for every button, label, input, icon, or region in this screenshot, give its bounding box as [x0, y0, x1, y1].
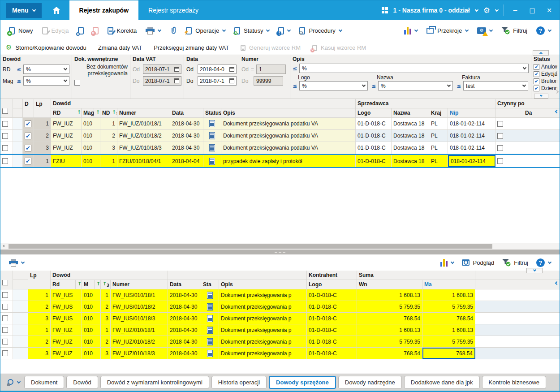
- cell-nazwa[interactable]: Dostawca 18: [392, 142, 429, 154]
- d-checkbox[interactable]: [25, 133, 31, 139]
- d-checkbox[interactable]: [25, 121, 31, 127]
- cell-data[interactable]: 2018-04-30: [168, 301, 201, 312]
- footer-tab-dowody-nadrzedne[interactable]: Dowody nadrzędne: [338, 376, 402, 389]
- sort-asc-3[interactable]: ↑3: [110, 108, 117, 118]
- select-all-checkbox[interactable]: [2, 108, 8, 114]
- edit-button[interactable]: Edycja: [38, 24, 73, 37]
- czynny-checkbox[interactable]: [497, 121, 503, 127]
- cell-nd[interactable]: 2: [100, 130, 117, 142]
- col-data[interactable]: Data: [170, 108, 203, 118]
- detail-row[interactable]: 3 FW_IUS 010 3 FW_IUS/010/18/3 2018-04-3…: [0, 313, 560, 324]
- table-row[interactable]: 1 FW_IUZ 010 1 FW_IUZ/010/18/1 2018-04-3…: [0, 118, 560, 130]
- footer-tab-dowody-sprzezone[interactable]: Dowody sprzężone: [269, 376, 336, 389]
- scrollbar-thumb[interactable]: [9, 244, 492, 249]
- status-option[interactable]: Dzienn: [534, 85, 557, 91]
- new-button[interactable]: + Nowy: [5, 24, 37, 37]
- cell-logo[interactable]: 01-D-018-C: [307, 348, 357, 359]
- cell-lp[interactable]: 2: [34, 130, 51, 142]
- row-select-checkbox[interactable]: [2, 350, 8, 356]
- cell-wn[interactable]: 5 759.35: [357, 336, 422, 347]
- cell-opis[interactable]: Dokument przeksięgowania p: [219, 348, 307, 359]
- collapse-detail-button[interactable]: [526, 268, 543, 273]
- cell-mag[interactable]: 010: [82, 118, 100, 129]
- cell-data[interactable]: 2018-04-30: [168, 336, 201, 347]
- data-do-input[interactable]: 2018-07-1: [198, 76, 237, 86]
- cell-lp[interactable]: 2: [28, 301, 51, 312]
- cell-opis[interactable]: Dokument przeksięgowania p: [219, 313, 307, 324]
- cell-opis[interactable]: Dokument przeksięgowania p: [219, 289, 307, 301]
- generate-rm-button[interactable]: Generuj wzorce RM: [241, 44, 301, 51]
- cell-nd[interactable]: 1: [100, 155, 117, 167]
- col-nip[interactable]: Nip: [448, 108, 495, 118]
- cell-wn[interactable]: 1 608.13: [357, 324, 422, 336]
- cell-lp[interactable]: 1: [34, 118, 51, 129]
- cell-opis[interactable]: Dokument przeksięgowania podatku VA: [221, 130, 356, 142]
- czynny-checkbox[interactable]: [497, 145, 503, 151]
- cell-mag[interactable]: 010: [82, 155, 100, 167]
- cell-kraj[interactable]: PL: [429, 142, 448, 154]
- cell-ma[interactable]: 768.54: [422, 313, 475, 324]
- cell-nip[interactable]: 018-01-02-114: [448, 130, 495, 142]
- numer-do-input[interactable]: 99999: [254, 76, 283, 86]
- cell-logo[interactable]: 01-D-018-C: [356, 130, 392, 142]
- footer-tab-jpk[interactable]: Dodatkowe dane dla jpk: [404, 376, 480, 389]
- detail-chart-button[interactable]: [436, 256, 458, 269]
- table-row-selected[interactable]: 1 FZIU 010 1 FZIU/010/18/04/1 2018-04-04…: [0, 154, 560, 168]
- cell-nd[interactable]: 3: [101, 348, 111, 359]
- logo-filter-select[interactable]: %: [299, 81, 368, 90]
- cell-mag[interactable]: 010: [82, 336, 101, 347]
- col-mag[interactable]: M: [82, 280, 95, 289]
- cell-numer[interactable]: FW_IUZ/010/18/3: [117, 142, 170, 154]
- cell-nazwa[interactable]: Dostawca 18: [392, 130, 429, 142]
- bez-dokumentow-checkbox[interactable]: [74, 80, 80, 86]
- cell-mag[interactable]: 010: [82, 142, 100, 154]
- cell-lp[interactable]: 1: [34, 155, 51, 167]
- storno-button[interactable]: ⚙ Storno/Kopiowanie dowodu: [6, 44, 86, 51]
- cell-rd[interactable]: FZIU: [51, 155, 82, 167]
- footer-tab-dowod-wymiary[interactable]: Dowód z wymiarami kontrolingowymi: [100, 376, 209, 389]
- cell-nd[interactable]: 3: [101, 313, 111, 324]
- cell-nip-focused[interactable]: 018-01-02-114: [448, 155, 495, 167]
- calendar-icon[interactable]: [229, 78, 234, 83]
- document-status-icon[interactable]: [207, 303, 213, 310]
- menu-button[interactable]: Menu: [6, 3, 42, 18]
- row-select-checkbox[interactable]: [2, 133, 8, 139]
- attachment-button[interactable]: [166, 24, 181, 37]
- data-vat-od-input[interactable]: 2018-07-1: [143, 65, 181, 74]
- col-rd[interactable]: Rd: [51, 280, 76, 289]
- status-checkbox[interactable]: [534, 71, 539, 77]
- detail-row[interactable]: 2 FW_IUZ 010 2 FW_IUZ/010/18/2 2018-04-3…: [0, 336, 560, 348]
- cell-lp[interactable]: 3: [28, 313, 51, 324]
- cell-numer[interactable]: FW_IUS/010/18/3: [111, 313, 168, 324]
- row-select-checkbox[interactable]: [2, 304, 8, 310]
- sort-asc-2[interactable]: ↑2: [94, 108, 100, 118]
- cell-opis[interactable]: Dokument przeksięgowania podatku VA: [221, 118, 356, 129]
- operations-button[interactable]: Operacje: [182, 24, 229, 37]
- cell-nd[interactable]: 3: [100, 142, 117, 154]
- cell-rd[interactable]: FW_IUS: [51, 301, 82, 312]
- cell-mag[interactable]: 010: [82, 313, 101, 324]
- col-wn[interactable]: Wn: [357, 280, 422, 289]
- row-select-checkbox[interactable]: [2, 145, 8, 151]
- document-status-icon[interactable]: [207, 315, 213, 322]
- chevron-down-icon[interactable]: [475, 8, 478, 11]
- cell-wn[interactable]: 768.54: [357, 313, 422, 324]
- tab-rejestr-sprzedazy[interactable]: Rejestr sprzedaży: [138, 0, 208, 20]
- cell-opis[interactable]: Dokument przeksięgowania p: [219, 336, 307, 347]
- document-status-icon[interactable]: [209, 132, 215, 139]
- views-button[interactable]: Przekroje: [422, 25, 472, 37]
- company-selector[interactable]: 1 - Nasza firma 0 - oddział: [393, 7, 470, 14]
- col-kraj[interactable]: Kraj: [429, 108, 448, 118]
- col-logo[interactable]: Logo: [307, 280, 357, 289]
- cell-numer[interactable]: FZIU/010/18/04/1: [117, 155, 170, 167]
- czynny-checkbox[interactable]: [497, 158, 503, 164]
- col-lp[interactable]: Lp: [28, 271, 51, 280]
- sort-asc-2[interactable]: ↑2: [95, 280, 101, 289]
- cell-rd[interactable]: FW_IUZ: [51, 142, 82, 154]
- detail-help-button[interactable]: ?: [532, 256, 555, 270]
- cell-data[interactable]: 2018-04-04: [170, 155, 203, 167]
- row-select-checkbox[interactable]: [2, 158, 8, 164]
- d-checkbox[interactable]: [25, 158, 31, 164]
- col-numer[interactable]: Numer: [117, 108, 170, 118]
- close-button[interactable]: ✕: [543, 7, 555, 14]
